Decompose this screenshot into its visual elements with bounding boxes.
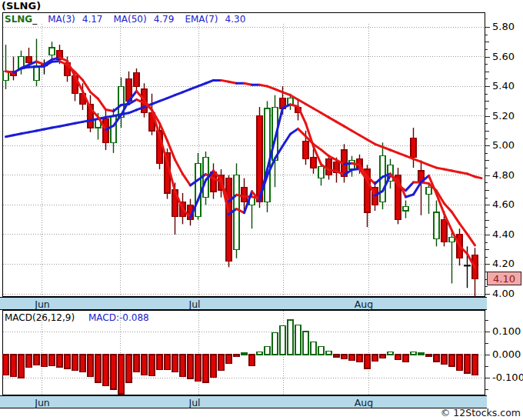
ma50-line (152, 101, 160, 104)
axis-tick (485, 242, 488, 243)
ma50-line (352, 131, 360, 135)
candle-down (311, 158, 316, 168)
macd-bar-negative (434, 355, 439, 362)
legend-ma50-label: MA(50) (113, 14, 146, 25)
copyright-watermark: © 12Stocks.com (441, 407, 521, 418)
axis-tick (485, 286, 488, 287)
macd-axis-label: 0.000 (492, 348, 521, 360)
candle-up (434, 212, 439, 239)
month-label-jun: Jun (19, 397, 65, 408)
macd-bar-negative (49, 355, 55, 365)
axis-tick (485, 86, 490, 87)
macd-axis: 0.1000.000-0.100 (485, 311, 523, 395)
macd-bar-positive (318, 347, 324, 355)
axis-tick (485, 343, 488, 344)
candle-up (49, 48, 55, 55)
ema7-line (175, 160, 183, 175)
candle-up (403, 206, 408, 211)
macd-bar-positive (257, 352, 262, 355)
axis-tick (485, 294, 490, 295)
axis-tick (485, 138, 488, 139)
ma50-line (475, 177, 482, 178)
month-label-jul: Jul (172, 298, 218, 310)
macd-bar-negative (249, 355, 255, 365)
axis-tick (485, 49, 488, 50)
ema7-line (6, 72, 14, 72)
macd-bar-negative (134, 355, 139, 372)
ema7-line (352, 163, 360, 165)
ma50-line (191, 86, 198, 89)
axis-tick (485, 355, 490, 355)
candle-down (441, 220, 447, 242)
macd-bar-negative (180, 355, 185, 377)
ma50-line (468, 174, 475, 177)
macd-bar-negative (341, 355, 347, 358)
macd-bar-negative (95, 355, 101, 382)
ma50-line (298, 99, 306, 104)
candle-down (134, 73, 139, 86)
macd-bar-negative (88, 355, 93, 377)
candle-up (288, 98, 293, 105)
macd-axis-label: 0.100 (492, 325, 521, 337)
ma50-line (275, 89, 283, 92)
ma50-line (106, 116, 114, 118)
ma3-line (291, 105, 298, 107)
price-axis-label: 4.40 (492, 228, 515, 240)
macd-bar-negative (203, 355, 208, 382)
ema7-line (29, 67, 37, 68)
macd-bar-negative (365, 355, 370, 368)
macd-bar-positive (326, 352, 331, 355)
ma50-line (45, 128, 52, 129)
ma50-line (175, 92, 183, 95)
macd-bar-negative (149, 355, 155, 376)
axis-tick (485, 264, 490, 265)
ma50-line (383, 147, 391, 150)
ticker-title: (SLNG) (2, 0, 41, 12)
axis-tick (485, 198, 488, 198)
price-axis-label: 5.40 (492, 80, 515, 92)
macd-bar-positive (265, 347, 270, 355)
macd-bar-negative (118, 355, 124, 394)
axis-tick (485, 249, 489, 250)
ma50-line (429, 165, 437, 168)
legend-ma50-value: 4.79 (154, 14, 175, 25)
ma50-line (345, 126, 352, 131)
month-label-aug: Aug (341, 397, 387, 408)
ma50-line (245, 83, 252, 85)
ema7-line (452, 212, 460, 224)
macd-bar-positive (242, 353, 247, 355)
candle-up (195, 163, 201, 216)
macd-bar-positive (311, 342, 316, 355)
axis-tick (485, 57, 490, 58)
macd-bar-negative (111, 355, 116, 389)
macd-bar-negative (42, 355, 47, 367)
ma50-line (6, 135, 14, 137)
ma3-line (329, 170, 337, 172)
month-label-aug: Aug (341, 298, 387, 310)
macd-bar-negative (3, 355, 8, 375)
candle-down (226, 178, 232, 262)
macd-bar-positive (411, 352, 416, 355)
ma3-line (37, 62, 45, 65)
ma50-line (268, 86, 275, 89)
macd-bar-negative (380, 355, 385, 358)
axis-tick (485, 108, 488, 109)
axis-tick (485, 123, 488, 124)
ma50-line (414, 159, 421, 162)
ema7-line (106, 110, 114, 112)
macd-bar-negative (465, 355, 470, 373)
price-chart-panel (2, 12, 485, 297)
price-axis-label: 5.00 (492, 139, 515, 151)
macd-bar-negative (449, 355, 455, 366)
candle-down (303, 141, 308, 158)
macd-bar-negative (472, 355, 478, 375)
macd-bar-positive (388, 352, 393, 355)
axis-tick (485, 101, 489, 102)
ma50-line (22, 132, 29, 134)
month-band-bottom: JunJulAug (0, 395, 487, 408)
price-plot (3, 13, 485, 296)
legend-ma3-value: 4.17 (82, 14, 103, 25)
macd-bar-negative (441, 355, 447, 365)
candle-down (211, 172, 216, 192)
macd-bar-negative (218, 355, 224, 370)
